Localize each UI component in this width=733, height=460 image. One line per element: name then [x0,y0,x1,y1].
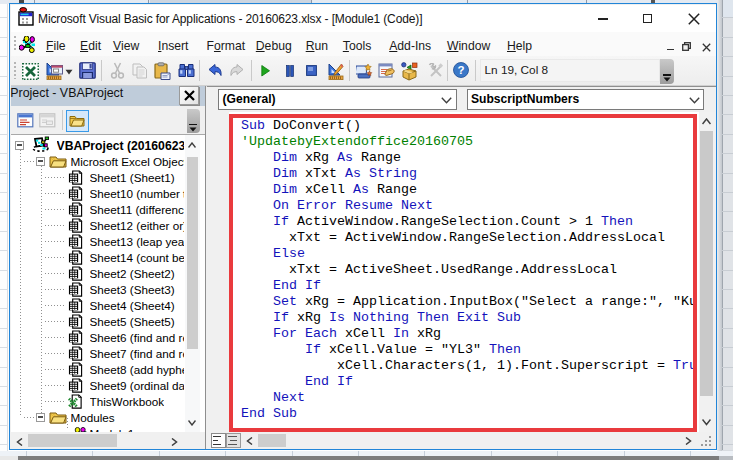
svg-text:?: ? [457,64,464,76]
